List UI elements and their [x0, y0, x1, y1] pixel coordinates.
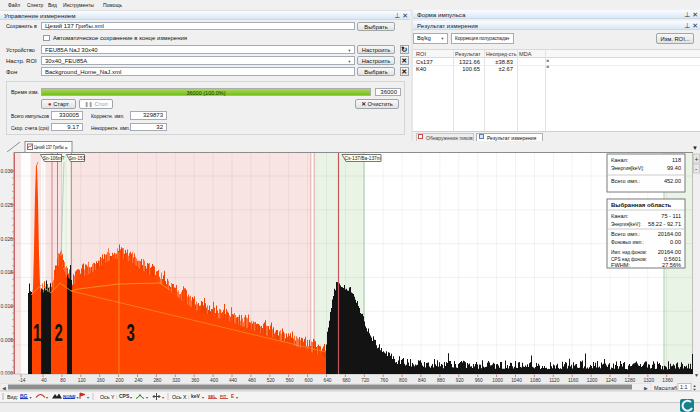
svg-text:20164.00: 20164.00: [658, 231, 681, 237]
svg-text:1120: 1120: [549, 378, 560, 383]
svg-text:▾: ▾: [202, 395, 204, 400]
svg-text:760: 760: [380, 378, 388, 383]
svg-text:▾: ▾: [236, 395, 238, 400]
svg-text:1160: 1160: [568, 378, 579, 383]
svg-text:▾: ▾: [30, 395, 32, 400]
svg-text:Фоновых имп.:: Фоновых имп.:: [611, 239, 644, 245]
svg-text:640: 640: [323, 378, 331, 383]
svg-text:720: 720: [361, 378, 369, 383]
svg-text:Цезий 137 Грибы: Цезий 137 Грибы: [34, 143, 64, 150]
svg-text:keV: keV: [191, 393, 201, 399]
svg-text:75 - 111: 75 - 111: [661, 213, 681, 219]
svg-text:Канал:: Канал:: [611, 157, 629, 163]
svg-text:400: 400: [210, 378, 218, 383]
svg-text:27.56%: 27.56%: [662, 262, 681, 268]
svg-text:Sn-106m?: Sn-106m?: [43, 156, 65, 161]
svg-text:Энергия[keV]:: Энергия[keV]:: [611, 165, 644, 171]
svg-text:1:1: 1:1: [680, 384, 688, 390]
svg-text:920: 920: [456, 378, 464, 383]
svg-text:Cs-137/Ba-137m: Cs-137/Ba-137m: [345, 156, 381, 161]
svg-text:800: 800: [399, 378, 407, 383]
svg-text:452.00: 452.00: [664, 178, 681, 184]
svg-text:840: 840: [418, 378, 426, 383]
svg-text:▾: ▾: [162, 395, 164, 400]
svg-text:1000: 1000: [492, 378, 503, 383]
svg-text:320: 320: [172, 378, 180, 383]
svg-text:0.00: 0.00: [670, 239, 681, 245]
svg-text:×: ×: [65, 145, 68, 151]
svg-text:▼: ▼: [692, 145, 698, 151]
svg-text:3: 3: [127, 319, 135, 345]
svg-text:58.22 - 92.71: 58.22 - 92.71: [648, 221, 681, 227]
svg-text:99.40: 99.40: [667, 165, 681, 171]
svg-text:1280: 1280: [625, 378, 636, 383]
svg-text:FWHM:: FWHM:: [611, 262, 630, 268]
svg-text:Ось X :: Ось X :: [172, 394, 189, 400]
svg-text:120: 120: [78, 378, 86, 383]
svg-text:160: 160: [97, 378, 105, 383]
svg-text:▾: ▾: [146, 395, 148, 400]
svg-text:Масштаб: Масштаб: [654, 385, 677, 391]
svg-text:1: 1: [33, 319, 41, 345]
svg-text:520: 520: [267, 378, 275, 383]
svg-text:1360: 1360: [662, 378, 673, 383]
svg-text:Энергия[keV]:: Энергия[keV]:: [611, 221, 641, 227]
svg-text:680: 680: [342, 378, 350, 383]
svg-text:NONE: NONE: [63, 394, 76, 399]
svg-text:Канал:: Канал:: [611, 213, 629, 219]
svg-text:440: 440: [229, 378, 237, 383]
svg-text:▾: ▾: [130, 395, 132, 400]
svg-text:960: 960: [475, 378, 483, 383]
svg-text:Всего имп.:: Всего имп.:: [611, 178, 641, 184]
svg-text:▾: ▾: [87, 395, 89, 400]
svg-text:▾: ▾: [46, 395, 48, 400]
svg-text:BG: BG: [20, 393, 28, 399]
svg-text:880: 880: [437, 378, 445, 383]
svg-text:200: 200: [116, 378, 124, 383]
svg-text:Вид:: Вид:: [7, 394, 18, 400]
svg-text:+: +: [695, 156, 699, 163]
svg-text:Sm-153: Sm-153: [69, 156, 86, 161]
svg-text:2: 2: [55, 319, 63, 345]
svg-text:280: 280: [153, 378, 161, 383]
svg-text:▼: ▼: [694, 372, 699, 378]
svg-text:▾: ▾: [77, 395, 79, 400]
svg-text:E: E: [231, 394, 234, 399]
svg-text:118: 118: [672, 157, 681, 163]
svg-text:▶: ▶: [644, 385, 648, 391]
svg-text:240: 240: [134, 378, 142, 383]
svg-text:80: 80: [60, 378, 66, 383]
svg-text:FIT: FIT: [220, 394, 227, 399]
svg-text:40: 40: [41, 378, 47, 383]
svg-text:Ось Y :: Ось Y :: [100, 394, 117, 400]
svg-text:1320: 1320: [643, 378, 654, 383]
svg-text:1200: 1200: [587, 378, 598, 383]
svg-text:SEL: SEL: [208, 394, 217, 399]
svg-text:-14: -14: [19, 378, 26, 383]
svg-text:560: 560: [286, 378, 294, 383]
svg-text:1040: 1040: [511, 378, 522, 383]
svg-text:Всего имп.:: Всего имп.:: [611, 231, 641, 237]
svg-text:◀: ◀: [2, 385, 6, 391]
svg-text:Имп. над фоном:: Имп. над фоном:: [611, 249, 647, 255]
svg-text:480: 480: [248, 378, 256, 383]
svg-text:1080: 1080: [530, 378, 541, 383]
svg-text:CPS: CPS: [119, 393, 130, 399]
svg-text:20164.00: 20164.00: [658, 249, 681, 255]
svg-text:1240: 1240: [606, 378, 617, 383]
svg-text:360: 360: [191, 378, 199, 383]
svg-text:600: 600: [305, 378, 313, 383]
svg-text:Выбранная область: Выбранная область: [611, 202, 672, 208]
